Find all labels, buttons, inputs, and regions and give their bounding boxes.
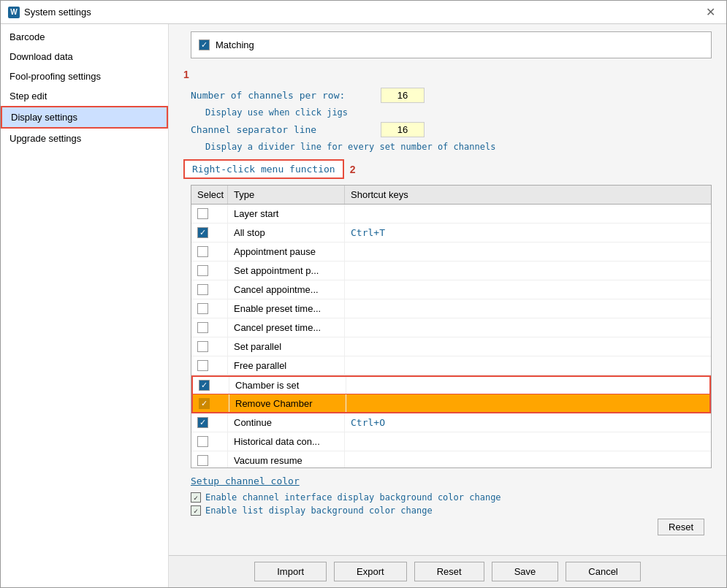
td-type: Vacuum resume (228, 451, 345, 467)
export-button[interactable]: Export (334, 562, 407, 581)
rc-header-row: Right-click menu function 2 (183, 159, 712, 179)
separator-label: Channel separator line (191, 124, 381, 135)
separator-input[interactable] (381, 122, 425, 137)
row-checkbox[interactable] (197, 436, 208, 447)
reset-right-area: Reset (191, 519, 704, 535)
section1-number: 1 (183, 69, 189, 80)
checkmark-icon: ✓ (199, 418, 206, 427)
row-checkbox[interactable] (197, 246, 208, 257)
row-checkbox[interactable] (197, 208, 208, 219)
row-checkbox[interactable] (197, 303, 208, 314)
cancel-button[interactable]: Cancel (566, 562, 640, 581)
td-shortcut (345, 299, 711, 318)
td-type: Continue (228, 413, 345, 432)
td-shortcut (345, 205, 711, 223)
title-bar-left: W System settings (8, 7, 91, 18)
section2-number: 2 (350, 164, 356, 175)
row-checkbox[interactable] (197, 455, 208, 466)
table-row: Cancel preset time... (191, 318, 711, 337)
title-bar: W System settings ✕ (1, 1, 726, 24)
sidebar-item-display-settings[interactable]: Display settings (1, 106, 168, 129)
channels-per-row-input[interactable] (381, 88, 425, 103)
table-row: ✓ All stop Ctrl+T (191, 224, 711, 243)
separator-desc: Display a divider line for every set num… (205, 142, 712, 152)
table-row-remove-chamber: ✓ Remove Chamber (191, 394, 711, 413)
row-checkbox[interactable] (197, 265, 208, 276)
close-button[interactable]: ✕ (701, 4, 719, 21)
main-content: ✓ Matching 1 Number of channels per row:… (169, 24, 726, 587)
window-title: System settings (24, 7, 91, 18)
row-checkbox[interactable]: ✓ (197, 417, 208, 428)
td-type: Historical data con... (228, 432, 345, 451)
table-body: Layer start ✓ All stop (191, 205, 711, 467)
row-checkbox[interactable]: ✓ (199, 380, 210, 391)
matching-checkbox[interactable]: ✓ (199, 39, 210, 50)
sidebar-item-barcode[interactable]: Barcode (1, 27, 168, 47)
td-select (191, 243, 228, 261)
td-type: Layer start (228, 205, 345, 223)
rc-menu-label: Right-click menu function (183, 159, 344, 179)
td-type: Set appointment p... (228, 261, 345, 280)
table-row: Enable preset time... (191, 299, 711, 318)
checkmark-icon: ✓ (194, 494, 198, 502)
table-row: Historical data con... (191, 432, 711, 451)
table-row: Cancel appointme... (191, 280, 711, 299)
enable-list-bg-checkbox[interactable]: ✓ (191, 505, 201, 516)
th-type: Type (228, 186, 345, 204)
th-select: Select (191, 186, 228, 204)
enable-list-bg-label: Enable list display background color cha… (205, 505, 433, 516)
table-row: Free parallel (191, 356, 711, 375)
channels-per-row-row: Number of channels per row: (191, 88, 712, 103)
reset-button[interactable]: Reset (414, 562, 484, 581)
td-type: Chamber is set (229, 377, 346, 394)
sidebar-item-fool-proofing[interactable]: Fool-proofing settings (1, 66, 168, 86)
td-select (191, 205, 228, 223)
reset-right-button[interactable]: Reset (658, 519, 704, 535)
td-select (191, 451, 228, 467)
section1-header: 1 (183, 69, 712, 80)
enable-bg-color-checkbox[interactable]: ✓ (191, 492, 201, 503)
td-shortcut (345, 451, 711, 467)
table-row: Appointment pause (191, 243, 711, 261)
checkmark-icon: ✓ (194, 507, 198, 515)
sidebar: Barcode Download data Fool-proofing sett… (1, 24, 169, 587)
td-select (191, 337, 228, 356)
td-select: ✓ (193, 394, 229, 412)
td-type: All stop (228, 224, 345, 242)
sidebar-item-download-data[interactable]: Download data (1, 47, 168, 66)
setup-channel-color-link[interactable]: Setup channel color (191, 476, 704, 486)
row-checkbox[interactable] (197, 360, 208, 371)
sidebar-item-upgrade-settings[interactable]: Upgrade settings (1, 129, 168, 148)
sidebar-item-step-edit[interactable]: Step edit (1, 86, 168, 106)
row-checkbox[interactable]: ✓ (199, 398, 210, 409)
td-shortcut (345, 337, 711, 356)
td-select: ✓ (191, 224, 228, 242)
table-row: Vacuum resume (191, 451, 711, 467)
bottom-bar: Import Export Reset Save Cancel (169, 555, 726, 587)
separator-row: Channel separator line (191, 122, 712, 137)
checkmark-icon: ✓ (199, 228, 206, 237)
row-checkbox[interactable] (197, 322, 208, 333)
main-scroll-area: ✓ Matching 1 Number of channels per row:… (169, 24, 726, 555)
row-checkbox[interactable] (197, 284, 208, 295)
td-shortcut (345, 243, 711, 261)
checkmark-icon: ✓ (201, 40, 208, 50)
content-area: Barcode Download data Fool-proofing sett… (1, 24, 726, 587)
row-checkbox[interactable]: ✓ (197, 227, 208, 238)
row-checkbox[interactable] (197, 341, 208, 352)
td-type: Cancel appointme... (228, 280, 345, 299)
td-type: Cancel preset time... (228, 318, 345, 337)
import-button[interactable]: Import (254, 562, 327, 581)
td-shortcut (346, 394, 709, 412)
td-select: ✓ (193, 377, 229, 394)
save-button[interactable]: Save (492, 562, 559, 581)
enable-bg-color-label: Enable channel interface display backgro… (205, 492, 501, 503)
table-row: ✓ Continue Ctrl+O (191, 413, 711, 432)
channels-per-row-label: Number of channels per row: (191, 90, 381, 101)
td-select (191, 299, 228, 318)
td-type: Free parallel (228, 356, 345, 375)
td-select (191, 261, 228, 280)
td-shortcut: Ctrl+T (345, 224, 711, 242)
td-select (191, 432, 228, 451)
td-shortcut (345, 280, 711, 299)
